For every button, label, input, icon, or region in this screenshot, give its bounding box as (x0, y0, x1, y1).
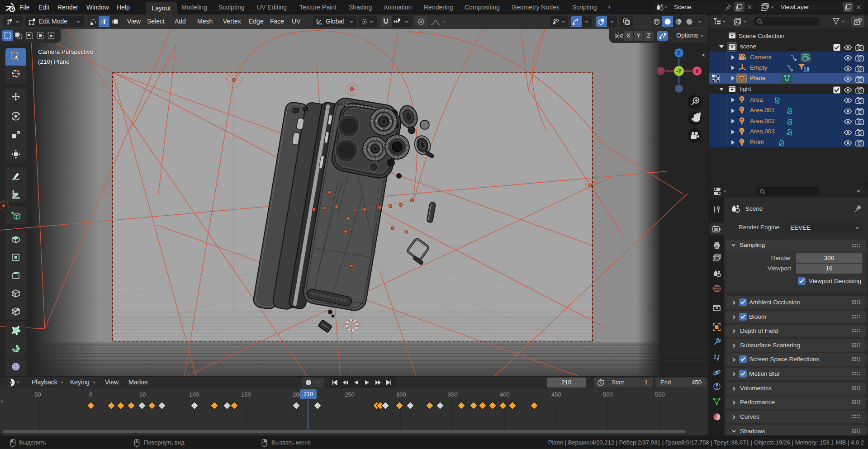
svg-text:X: X (695, 68, 699, 75)
svg-text:˂: ˂ (702, 52, 706, 58)
svg-text:-Y: -Y (676, 68, 682, 75)
svg-text:Z: Z (677, 50, 680, 57)
